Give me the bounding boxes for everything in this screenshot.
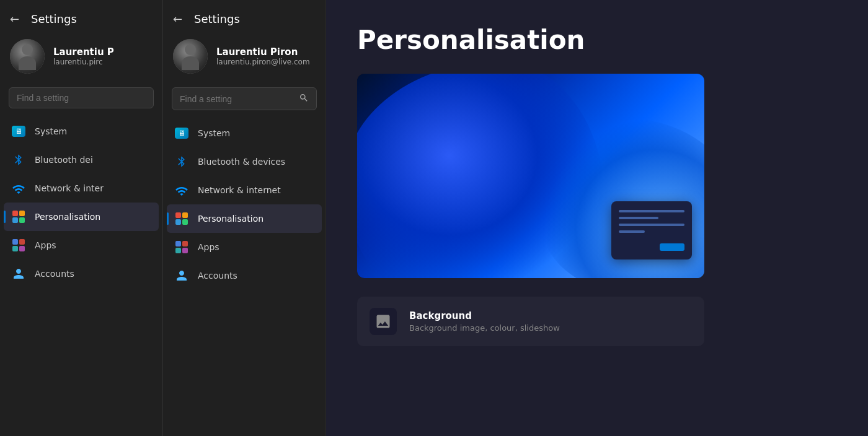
personalisation-icon-left [11,209,26,224]
profile-info-middle: Laurentiu Piron laurentiu.piron@live.com [216,46,310,66]
personalisation-icon-middle [174,211,189,226]
bluetooth-icon-middle [174,154,189,169]
apps-icon-left [11,238,26,253]
bluetooth-icon-left [11,152,26,167]
nav-label-system-middle: System [198,128,230,138]
accounts-icon-left [11,266,26,281]
nav-label-apps-middle: Apps [198,242,219,252]
background-icon [374,313,392,330]
nav-list-middle: 🖥 System Bluetooth & devices Network & i… [163,119,326,290]
background-section[interactable]: Background Background image, colour, sli… [357,297,704,346]
system-icon-left: 🖥 [11,124,26,139]
sidebar-left-header: ← Settings [0,0,162,33]
profile-area-left[interactable]: Laurentiu P laurentiu.pirc [0,33,162,85]
profile-email-left: laurentiu.pirc [53,58,114,66]
back-arrow-left[interactable]: ← [10,12,25,25]
background-title: Background [409,310,560,321]
network-icon-left [11,181,26,196]
sidebar-item-accounts-middle[interactable]: Accounts [167,261,322,290]
wallpaper-preview [357,74,704,278]
page-title: Personalisation [357,25,837,55]
nav-label-bluetooth-left: Bluetooth dei [35,155,93,165]
sidebar-item-network-middle[interactable]: Network & internet [167,176,322,204]
nav-label-network-left: Network & inter [35,183,104,193]
dialog-line-4 [619,230,645,233]
sidebar-middle: ← Settings Laurentiu Piron laurentiu.pir… [163,0,326,436]
sidebar-middle-title: Settings [194,12,240,25]
apps-icon-middle [174,240,189,255]
search-input-left[interactable] [17,93,146,103]
network-icon-middle [174,183,189,198]
sidebar-item-accounts-left[interactable]: Accounts [4,259,159,288]
background-icon-wrap [370,308,397,335]
sidebar-item-network-left[interactable]: Network & inter [4,174,159,203]
sidebar-left-title: Settings [31,12,77,25]
main-content: Personalisation Background Background im… [326,0,868,436]
background-subtitle: Background image, colour, slideshow [409,323,560,333]
nav-label-personalisation-left: Personalisation [35,212,100,222]
profile-name-middle: Laurentiu Piron [216,46,310,58]
background-section-text: Background Background image, colour, sli… [409,310,560,333]
profile-email-middle: laurentiu.piron@live.com [216,58,310,66]
avatar-left [10,39,45,74]
profile-name-left: Laurentiu P [53,46,114,58]
search-icon-middle [299,93,309,105]
sidebar-item-personalisation-middle[interactable]: Personalisation [167,204,322,233]
sidebar-left: ← Settings Laurentiu P laurentiu.pirc 🖥 … [0,0,163,436]
dialog-line-2 [619,217,658,219]
avatar-middle [173,39,208,74]
nav-label-accounts-left: Accounts [35,269,74,279]
nav-label-accounts-middle: Accounts [198,271,237,281]
nav-label-apps-left: Apps [35,240,56,250]
search-box-middle[interactable] [172,87,317,110]
nav-label-personalisation-middle: Personalisation [198,214,264,224]
sidebar-item-bluetooth-left[interactable]: Bluetooth dei [4,146,159,174]
nav-label-bluetooth-middle: Bluetooth & devices [198,157,285,167]
dialog-button [660,243,684,251]
profile-area-middle[interactable]: Laurentiu Piron laurentiu.piron@live.com [163,33,326,85]
nav-label-system-left: System [35,126,67,136]
sidebar-item-personalisation-left[interactable]: Personalisation [4,203,159,231]
sidebar-item-system-left[interactable]: 🖥 System [4,117,159,146]
sidebar-item-system-middle[interactable]: 🖥 System [167,119,322,147]
sidebar-item-bluetooth-middle[interactable]: Bluetooth & devices [167,147,322,176]
preview-wallpaper-bg [357,74,704,278]
back-arrow-middle[interactable]: ← [173,12,188,25]
dialog-line-1 [619,210,684,212]
profile-info-left: Laurentiu P laurentiu.pirc [53,46,114,66]
search-box-left[interactable] [9,87,154,108]
dialog-overlay [611,201,692,259]
dialog-line-3 [619,224,684,226]
search-input-middle[interactable] [180,94,294,104]
sidebar-item-apps-middle[interactable]: Apps [167,233,322,261]
sidebar-middle-header: ← Settings [163,0,326,33]
accounts-icon-middle [174,268,189,283]
nav-label-network-middle: Network & internet [198,185,281,195]
sidebar-item-apps-left[interactable]: Apps [4,231,159,259]
system-icon-middle: 🖥 [174,126,189,141]
nav-list-left: 🖥 System Bluetooth dei Network & inter [0,117,162,288]
